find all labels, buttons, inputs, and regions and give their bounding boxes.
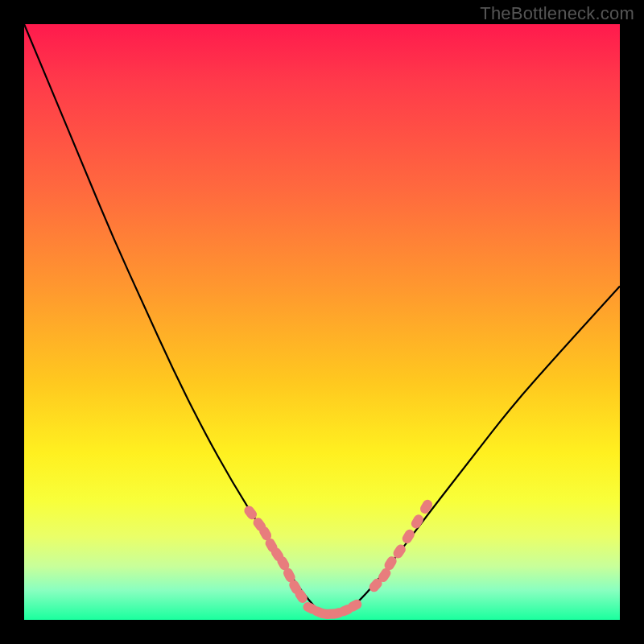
watermark-text: TheBottleneck.com (480, 3, 634, 24)
marker-dots (242, 498, 434, 620)
marker-capsule (410, 513, 426, 530)
chart-frame: TheBottleneck.com (0, 0, 644, 644)
bottleneck-curve-line (24, 24, 620, 614)
chart-svg (24, 24, 620, 620)
chart-plot-area (24, 24, 620, 620)
marker-capsule (401, 528, 417, 546)
marker-capsule (419, 498, 435, 516)
